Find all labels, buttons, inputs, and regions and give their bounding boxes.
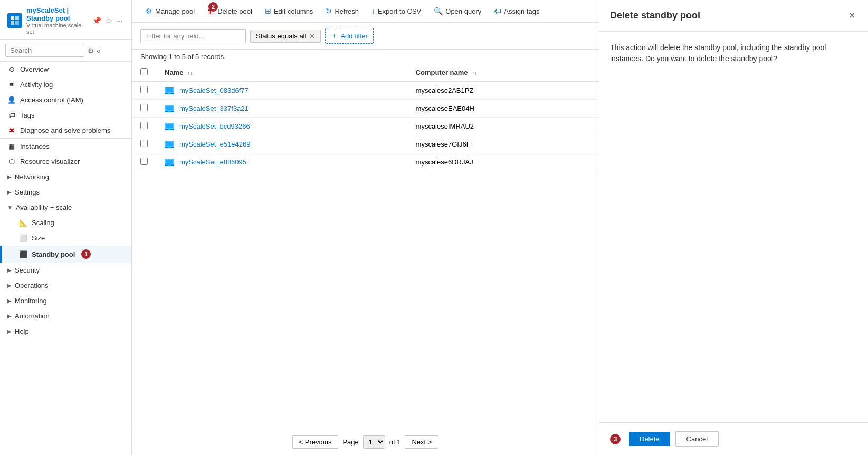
panel-header: Delete standby pool ✕	[599, 0, 868, 32]
sidebar-item-operations[interactable]: ▶ Operations	[0, 278, 131, 293]
search-bar: ⚙ «	[0, 40, 131, 62]
instance-link[interactable]: myScaleSet_bcd93266	[165, 122, 399, 130]
instance-link[interactable]: myScaleSet_e51e4269	[165, 140, 399, 148]
row-checkbox-cell	[132, 135, 156, 153]
panel-description: This action will delete the standby pool…	[610, 42, 857, 64]
sidebar-item-settings[interactable]: ▶ Settings	[0, 185, 131, 200]
svg-rect-13	[165, 141, 174, 147]
sidebar-item-monitoring[interactable]: ▶ Monitoring	[0, 293, 131, 308]
svg-rect-12	[166, 129, 173, 129]
search-icons: ⚙ «	[88, 46, 101, 55]
row-checkbox-cell	[132, 100, 156, 118]
sidebar-item-overview[interactable]: ⊙ Overview	[0, 62, 131, 77]
sidebar-item-size[interactable]: ⬜ Size	[0, 230, 131, 246]
sidebar-item-label: Standby pool	[32, 250, 75, 258]
sidebar-item-label: Networking	[15, 173, 49, 181]
manage-pool-button[interactable]: ⚙ Manage pool	[140, 4, 200, 18]
sidebar-item-iam[interactable]: 👤 Access control (IAM)	[0, 92, 131, 108]
row-name-cell: myScaleSet_bcd93266	[156, 118, 407, 135]
delete-pool-wrapper: 🗑 Delete pool 2	[202, 4, 257, 18]
settings-icon[interactable]: ⚙	[88, 46, 94, 55]
pin-icon[interactable]: 📌	[91, 15, 102, 26]
brand-name: myScaleSet | Standby pool	[26, 6, 87, 22]
filter-input[interactable]	[140, 29, 246, 43]
instances-icon: ▦	[7, 142, 16, 150]
instances-table: Name ↑↓ Computer name ↑↓	[132, 64, 599, 171]
cancel-button[interactable]: Cancel	[675, 431, 719, 447]
refresh-button[interactable]: ↻ Refresh	[320, 4, 364, 18]
panel-footer: 3 Delete Cancel	[599, 422, 868, 455]
sidebar-item-security[interactable]: ▶ Security	[0, 263, 131, 278]
brand-icon	[7, 13, 22, 28]
vm-icon	[165, 159, 174, 166]
sidebar-item-diagnose[interactable]: ✖ Diagnose and solve problems	[0, 123, 131, 138]
sidebar-item-resource-visualizer[interactable]: ⬡ Resource visualizer	[0, 154, 131, 169]
row-checkbox[interactable]	[140, 122, 148, 129]
select-all-checkbox[interactable]	[140, 68, 148, 75]
row-checkbox[interactable]	[140, 140, 148, 147]
sidebar-item-label: Monitoring	[15, 297, 47, 305]
standby-pool-icon: ⬛	[19, 250, 27, 258]
export-csv-button[interactable]: ↓ Export to CSV	[366, 4, 426, 18]
pagination: < Previous Page 1 of 1 Next >	[132, 429, 599, 455]
instance-link[interactable]: myScaleSet_e8ff6095	[165, 158, 399, 166]
name-column-header[interactable]: Name ↑↓	[156, 64, 407, 82]
computer-name-column-header[interactable]: Computer name ↑↓	[407, 64, 599, 82]
next-button[interactable]: Next >	[405, 435, 438, 449]
svg-rect-16	[165, 159, 174, 164]
instance-link[interactable]: myScaleSet_083d6f77	[165, 86, 399, 94]
sidebar-item-standby-pool[interactable]: ⬛ Standby pool 1	[0, 246, 131, 263]
sidebar-item-label: Scaling	[32, 219, 54, 227]
edit-columns-button[interactable]: ⊞ Edit columns	[260, 4, 318, 18]
row-checkbox[interactable]	[140, 86, 148, 93]
open-query-icon: 🔍	[434, 7, 443, 15]
delete-button[interactable]: Delete	[629, 432, 670, 446]
more-icon[interactable]: ···	[116, 15, 124, 26]
manage-pool-icon: ⚙	[146, 7, 152, 15]
refresh-icon: ↻	[326, 7, 332, 15]
row-checkbox[interactable]	[140, 104, 148, 111]
svg-rect-18	[166, 164, 173, 165]
page-select[interactable]: 1	[363, 435, 385, 449]
table-row: myScaleSet_083d6f77 myscalese2AB1PZ	[132, 82, 599, 100]
open-query-button[interactable]: 🔍 Open query	[428, 4, 487, 18]
sidebar-item-help[interactable]: ▶ Help	[0, 324, 131, 339]
svg-rect-2	[11, 21, 14, 25]
sidebar-item-label: Activity log	[20, 81, 53, 89]
sidebar-item-label: Help	[15, 327, 29, 335]
add-filter-button[interactable]: ＋ Add filter	[325, 28, 373, 44]
assign-tags-button[interactable]: 🏷 Assign tags	[489, 4, 545, 18]
table-row: myScaleSet_e8ff6095 myscalese6DRJAJ	[132, 153, 599, 171]
vm-icon	[165, 141, 174, 148]
svg-rect-11	[168, 129, 171, 130]
sidebar-item-label: Overview	[20, 65, 49, 73]
sidebar-item-label: Size	[32, 234, 45, 242]
sidebar-item-networking[interactable]: ▶ Networking	[0, 169, 131, 185]
sidebar-item-instances[interactable]: ▦ Instances	[0, 139, 131, 154]
row-checkbox-cell	[132, 153, 156, 171]
sidebar-item-scaling[interactable]: 📐 Scaling	[0, 215, 131, 230]
sidebar-nav: ⊙ Overview ≡ Activity log 👤 Access contr…	[0, 62, 131, 339]
collapse-icon[interactable]: «	[97, 46, 101, 55]
previous-button[interactable]: < Previous	[292, 435, 339, 449]
sidebar-item-activity-log[interactable]: ≡ Activity log	[0, 77, 131, 92]
filter-chip-remove[interactable]: ✕	[309, 32, 315, 40]
search-input[interactable]	[5, 44, 84, 57]
diagnose-icon: ✖	[7, 127, 16, 134]
sidebar-header: myScaleSet | Standby pool Virtual machin…	[0, 0, 131, 40]
brand-title: myScaleSet | Standby pool Virtual machin…	[26, 6, 87, 35]
sidebar-item-label: Security	[15, 266, 40, 274]
sidebar-item-tags[interactable]: 🏷 Tags	[0, 108, 131, 123]
sidebar-availability-scale-header[interactable]: ▼ Availability + scale	[0, 200, 131, 215]
row-checkbox[interactable]	[140, 158, 148, 165]
instance-link[interactable]: myScaleSet_337f3a21	[165, 104, 399, 112]
filter-chip: Status equals all ✕	[250, 30, 321, 43]
vm-icon	[165, 123, 174, 130]
sidebar-item-automation[interactable]: ▶ Automation	[0, 308, 131, 324]
close-panel-button[interactable]: ✕	[846, 8, 857, 23]
export-csv-icon: ↓	[371, 7, 375, 15]
size-icon: ⬜	[19, 234, 27, 242]
star-icon[interactable]: ☆	[104, 15, 113, 26]
resource-viz-icon: ⬡	[7, 158, 16, 166]
edit-columns-icon: ⊞	[265, 7, 271, 15]
